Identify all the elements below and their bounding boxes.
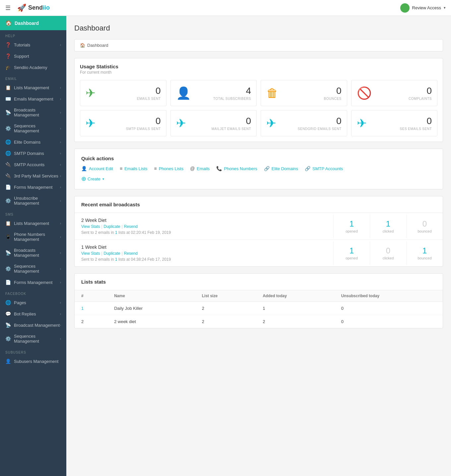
phone-numbers-icon: 📞	[216, 166, 222, 171]
duplicate-link-1[interactable]: Duplicate	[104, 224, 120, 229]
sidebar-item-smtp-domains[interactable]: 🌐 SMTP Domains ›	[0, 148, 66, 159]
main-content: Dashboard 🏠 Dashboard Usage Statistics F…	[66, 16, 451, 476]
bounces-label: BOUNCES	[324, 97, 342, 101]
broadcast-meta-1: Sent to 2 emails in 1 lists at 02:20:41 …	[81, 230, 327, 235]
chevron-right-icon: ›	[60, 267, 61, 271]
action-phones-numbers[interactable]: 📞 Phones Numbers	[216, 166, 257, 171]
action-phones-numbers-label: Phones Numbers	[224, 166, 257, 171]
link-icon: 🔗	[264, 166, 270, 171]
sidebar-item-fb-pages[interactable]: 🌐 Pages ›	[0, 297, 66, 308]
support-icon: ❓	[5, 53, 11, 59]
broadcast-icon: 📡	[5, 110, 11, 115]
recent-broadcasts: Recent email broadcasts 2 Week Diet View…	[74, 196, 443, 267]
sidebar-item-support[interactable]: ❓ Support	[0, 50, 66, 62]
sidebar-item-elite-domains[interactable]: 🌐 Elite Domains ›	[0, 136, 66, 148]
stat-ses-emails: ✈ 0 SES EMAILS SENT	[351, 110, 438, 136]
sidebar-item-3rd-party[interactable]: 🔌 3rd Party Mail Services ›	[0, 170, 66, 181]
sendgrid-icon: ✈	[266, 116, 276, 130]
sidebar-item-academy[interactable]: 🎓 Sendiio Academy	[0, 62, 66, 73]
hamburger-icon[interactable]: ☰	[5, 4, 11, 12]
breadcrumb: 🏠 Dashboard	[74, 39, 443, 51]
broadcast-clicked-1: 1 clicked	[370, 215, 406, 238]
sidebar-section-facebook: FACEBOOK	[0, 288, 66, 297]
sidebar-item-subusers[interactable]: 👤 Subusers Management	[0, 356, 66, 367]
sidebar-label-3rd-party: 3rd Party Mail Services	[14, 173, 58, 178]
view-stats-link-2[interactable]: View Stats	[81, 251, 100, 256]
stats-grid-row2: ✈ 0 SMTP EMAILS SENT ✈ 0 MAILJET EMAILS …	[80, 110, 437, 136]
row1-num[interactable]: 1	[75, 302, 107, 315]
sidebar-brand-label: Dashboard	[15, 21, 39, 26]
quick-actions-list: 👤 Account Edit ≡ Emails Lists ≡ Phones L…	[81, 166, 436, 182]
resend-link-2[interactable]: Resend	[124, 251, 138, 256]
emails-sent-label: EMAILS SENT	[137, 97, 161, 101]
broadcast-bounced-1: 0 bounced	[406, 215, 443, 238]
fb-broadcast-icon: 📡	[5, 322, 11, 328]
stats-title: Usage Statistics	[80, 64, 437, 69]
broadcast-clicked-2: 0 clicked	[370, 241, 406, 265]
ses-label: SES EMAILS SENT	[400, 127, 432, 131]
at-icon: @	[190, 166, 195, 171]
chevron-right-icon: ›	[60, 323, 61, 327]
sidebar-label-academy: Sendiio Academy	[14, 65, 47, 70]
sidebar-item-sms-lists[interactable]: 📋 Lists Management ›	[0, 218, 66, 229]
sidebar-item-phone-numbers[interactable]: 📱 Phone Numbers Management ›	[0, 229, 66, 245]
sidebar-item-fb-sequences[interactable]: ⚙️ Sequences Management ›	[0, 331, 66, 347]
view-stats-link-1[interactable]: View Stats	[81, 224, 100, 229]
sidebar-item-sequences-management[interactable]: ⚙️ Sequences Management ›	[0, 120, 66, 136]
chevron-right-icon: ›	[60, 222, 61, 225]
sidebar-item-emails-management[interactable]: ✉️ Emails Management ›	[0, 93, 66, 104]
sidebar-item-tutorials[interactable]: ❓ Tutorials ›	[0, 39, 66, 50]
action-smtp-accounts[interactable]: 🔗 SMTP Accounts	[305, 166, 343, 171]
sidebar-item-broadcast-management[interactable]: 📡 Broadcast Management ›	[0, 319, 66, 331]
broadcast-name-1: 2 Week Diet	[81, 218, 327, 223]
sidebar-label-smtp-accounts: SMTP Accounts	[14, 162, 44, 167]
sidebar-label-elite: Elite Domains	[14, 140, 40, 145]
sidebar-label-sms-forms: Forms Management	[14, 280, 52, 285]
stat-mailjet-emails: ✈ 0 MAILJET EMAILS SENT	[170, 110, 257, 136]
sidebar-item-sms-sequences[interactable]: ⚙️ Sequences Management ›	[0, 261, 66, 277]
action-emails[interactable]: @ Emails	[190, 166, 210, 171]
bounced-label-2: bounced	[410, 256, 439, 260]
create-dropdown-button[interactable]: ⊕ Create ▾	[81, 175, 104, 182]
sidebar-item-broadcasts-management[interactable]: 📡 Broadcasts Management ›	[0, 104, 66, 120]
sidebar-label-forms: Forms Management	[14, 185, 52, 190]
action-phones-lists[interactable]: ≡ Phones Lists	[154, 166, 184, 171]
sidebar-item-forms-management[interactable]: 📄 Forms Management ›	[0, 181, 66, 193]
sidebar-dashboard[interactable]: 🏠 Dashboard	[0, 16, 66, 30]
complaints-label: COMPLAINTS	[409, 97, 432, 101]
row1-unsubscribed: 0	[335, 302, 443, 315]
chevron-right-icon: ›	[60, 111, 61, 114]
bounces-icon: 🗑	[266, 86, 278, 100]
action-elite-domains[interactable]: 🔗 Elite Domains	[264, 166, 298, 171]
fb-sequences-icon: ⚙️	[5, 336, 11, 341]
subscribers-label: TOTAL SUBSCRIBERS	[213, 97, 251, 101]
user-chevron-icon[interactable]: ▾	[444, 6, 446, 10]
bounces-number: 0	[324, 86, 342, 96]
list-icon: 📋	[5, 85, 11, 90]
create-label: Create	[88, 176, 100, 181]
sidebar-item-unsubscribe[interactable]: ⚙️ Unsubscribe Management ›	[0, 193, 66, 209]
row1-added: 1	[256, 302, 335, 315]
chevron-right-icon: ›	[60, 337, 61, 341]
emails-sent-icon: ✈	[86, 86, 96, 100]
resend-link-1[interactable]: Resend	[124, 224, 138, 229]
row1-size: 2	[195, 302, 256, 315]
action-phones-lists-label: Phones Lists	[159, 166, 183, 171]
broadcast-meta-2: Sent to 2 emails in 1 lists at 04:38:24 …	[81, 257, 327, 262]
sidebar-item-bot-replies[interactable]: 💬 Bot Replies ›	[0, 308, 66, 319]
sidebar-item-sms-broadcasts[interactable]: 📡 Broadcasts Management ›	[0, 245, 66, 261]
duplicate-link-2[interactable]: Duplicate	[104, 251, 120, 256]
sidebar-item-lists-management[interactable]: 📋 Lists Management ›	[0, 82, 66, 93]
sidebar-item-sms-forms[interactable]: 📄 Forms Management ›	[0, 277, 66, 288]
ses-icon: ✈	[357, 116, 367, 130]
row2-added: 2	[256, 315, 335, 328]
sidebar-item-smtp-accounts[interactable]: 🔌 SMTP Accounts ›	[0, 159, 66, 170]
broadcast-links-1: View Stats | Duplicate | Resend	[81, 224, 327, 229]
layout: 🏠 Dashboard HELP ❓ Tutorials › ❓ Support…	[0, 16, 451, 476]
sms-sequences-icon: ⚙️	[5, 266, 11, 271]
sidebar-section-subusers: SUBUSERS	[0, 347, 66, 356]
lists-table-header: # Name List size Added today Unsubscribe…	[75, 290, 443, 302]
mailjet-label: MAILJET EMAILS SENT	[212, 127, 251, 131]
action-emails-lists[interactable]: ≡ Emails Lists	[120, 166, 148, 171]
action-account-edit[interactable]: 👤 Account Edit	[81, 166, 113, 171]
